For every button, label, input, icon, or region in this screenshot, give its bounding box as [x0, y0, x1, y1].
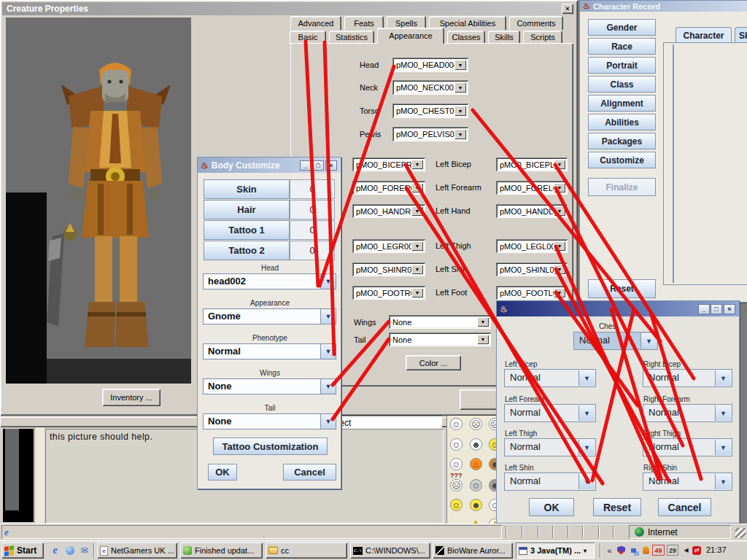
tab-classes[interactable]: Classes — [447, 31, 485, 44]
class-button[interactable]: Class — [588, 76, 656, 93]
tray-update-icon[interactable]: ⇄ — [691, 545, 702, 556]
emoticon-flame-icon[interactable]: ♨ — [470, 458, 482, 470]
chevron-down-icon[interactable]: ▼ — [411, 288, 423, 298]
close-icon[interactable]: × — [724, 304, 735, 314]
chevron-down-icon[interactable]: ▼ — [320, 414, 336, 429]
chevron-down-icon[interactable]: ▼ — [715, 440, 731, 455]
chevron-down-icon[interactable]: ▼ — [640, 333, 657, 349]
taskbar-item-cmd[interactable]: C:\ C:\WINDOWS\... — [350, 542, 430, 559]
emoticon-tongue-icon[interactable]: ☺ — [470, 479, 482, 491]
right-bicep-select[interactable]: Normal▼ — [643, 369, 732, 387]
tab-skills[interactable]: Sk — [735, 27, 747, 43]
left-thigh-select[interactable]: Normal▼ — [504, 438, 596, 456]
tail-combobox[interactable]: None▼ — [389, 332, 491, 346]
reset-button[interactable]: Reset — [588, 279, 656, 298]
chevron-down-icon[interactable]: ▼ — [411, 265, 423, 274]
tray-volume-icon[interactable]: ◀ — [681, 545, 692, 556]
chevron-down-icon[interactable]: ▼ — [411, 160, 423, 169]
left-foot-combobox[interactable]: pMO0_FOOTL00▼ — [496, 286, 568, 300]
left-shin-select[interactable]: Normal▼ — [504, 472, 596, 491]
head-combobox[interactable]: pMO0_HEAD004▼ — [392, 58, 468, 72]
neck-combobox[interactable]: pMO0_NECK001▼ — [392, 80, 468, 95]
right-bicep-combobox[interactable]: pMO0_BICEPR0▼ — [352, 158, 425, 171]
skin-button[interactable]: Skin — [204, 179, 290, 199]
inventory-button[interactable]: Inventory ... — [102, 389, 160, 406]
chevron-down-icon[interactable]: ▼ — [578, 405, 595, 421]
chevron-down-icon[interactable]: ▼ — [554, 183, 565, 192]
reset-button[interactable]: Reset — [593, 498, 641, 516]
taskbar-item-finished-update[interactable]: Finished updat... — [180, 542, 263, 559]
quicklaunch-outlook-icon[interactable]: ✉ — [79, 545, 90, 556]
chevron-down-icon[interactable]: ▼ — [477, 335, 489, 344]
chevron-down-icon[interactable]: ▼ — [578, 370, 595, 386]
tab-appearance[interactable]: Appearance — [377, 28, 444, 44]
tray-counter-49[interactable]: 49 — [652, 545, 665, 556]
emoticon-annoyed-icon[interactable]: ☺ — [450, 499, 462, 511]
cancel-button[interactable]: Cancel — [283, 464, 336, 481]
left-bicep-select[interactable]: Normal▼ — [504, 369, 596, 387]
emoticon-frown-icon[interactable]: ☹ — [470, 418, 482, 430]
tab-scripts[interactable]: Scripts — [523, 31, 562, 44]
taskbar-item-bioware-aurora[interactable]: BioWare Auror... — [433, 542, 513, 559]
chevron-down-icon[interactable]: ▼ — [477, 317, 489, 327]
chevron-down-icon[interactable]: ▼ — [454, 129, 466, 139]
emoticon-squint-icon[interactable]: ☻ — [470, 499, 482, 511]
cancel-button[interactable]: Cancel — [658, 498, 711, 516]
chevron-down-icon[interactable]: ▼ — [554, 241, 565, 251]
tail-select[interactable]: None▼ — [203, 413, 336, 429]
right-foot-combobox[interactable]: pMO0_FOOTR00▼ — [352, 286, 425, 300]
torso-combobox[interactable]: pMO0_CHEST00▼ — [392, 104, 468, 118]
taskbar-item-netgamers[interactable]: e NetGamers UK ... — [97, 542, 177, 559]
chevron-down-icon[interactable]: ▼ — [715, 405, 731, 421]
ok-button[interactable]: OK — [529, 498, 574, 516]
wings-combobox[interactable]: None▼ — [389, 315, 491, 329]
taskbar-item-java-group[interactable]: 3 Java(TM) ... ▾ — [516, 542, 595, 559]
left-hand-combobox[interactable]: pMO0_HANDL00▼ — [496, 204, 568, 218]
chevron-down-icon[interactable]: ▼ — [554, 160, 565, 169]
right-thigh-select[interactable]: Normal▼ — [643, 438, 732, 456]
minimize-icon[interactable]: _ — [698, 304, 710, 314]
close-icon[interactable]: × — [325, 160, 337, 171]
chevron-down-icon[interactable]: ▼ — [320, 344, 336, 359]
emoticon-shock-icon[interactable]: ☺ — [450, 458, 462, 470]
right-shin-combobox[interactable]: pMO0_SHINR00▼ — [352, 262, 425, 276]
gender-button[interactable]: Gender — [588, 19, 656, 36]
chevron-down-icon[interactable]: ▼ — [411, 206, 423, 216]
tab-advanced[interactable]: Advanced — [290, 16, 341, 30]
taskbar-item-cc-folder[interactable]: cc — [266, 542, 347, 559]
left-thigh-combobox[interactable]: pMO0_LEGL001▼ — [496, 239, 568, 253]
tray-network-icon[interactable] — [628, 545, 639, 556]
model-viewport[interactable] — [6, 18, 191, 384]
chevron-down-icon[interactable]: ▼ — [554, 265, 565, 274]
close-icon[interactable]: × — [562, 4, 573, 14]
maximize-icon[interactable]: □ — [312, 160, 324, 171]
tray-chevron-icon[interactable]: « — [604, 545, 615, 556]
quicklaunch-ie-icon[interactable]: e — [50, 545, 61, 556]
chevron-down-icon[interactable]: ▼ — [320, 309, 336, 324]
pelvis-combobox[interactable]: pMO0_PELVIS00▼ — [392, 127, 468, 141]
portrait-button[interactable]: Portrait — [588, 57, 656, 74]
maximize-icon[interactable]: □ — [711, 304, 722, 314]
customize-button[interactable]: Customize — [588, 152, 656, 168]
character-record-titlebar[interactable]: ♨ Character Record — [580, 1, 747, 12]
tab-basic[interactable]: Basic — [290, 31, 326, 44]
phenotype-select[interactable]: Normal▼ — [203, 343, 336, 359]
right-hand-combobox[interactable]: pMO0_HANDR0▼ — [352, 204, 425, 218]
abilities-button[interactable]: Abilities — [588, 114, 656, 131]
chevron-down-icon[interactable]: ▼ — [578, 474, 595, 489]
appearance-select[interactable]: Gnome▼ — [203, 308, 336, 324]
left-shin-combobox[interactable]: pMO0_SHINL00▼ — [496, 262, 568, 276]
chevron-down-icon[interactable]: ▼ — [411, 241, 423, 251]
tattoo1-button[interactable]: Tattoo 1 — [204, 220, 290, 240]
tattoo-customization-button[interactable]: Tattoo Customization — [213, 438, 328, 455]
chevron-down-icon[interactable]: ▼ — [320, 274, 336, 289]
chevron-down-icon[interactable]: ▼ — [454, 60, 466, 70]
left-forearm-combobox[interactable]: pMO0_FOREL00▼ — [496, 181, 568, 195]
chevron-down-icon[interactable]: ▼ — [411, 183, 423, 192]
tab-character[interactable]: Character — [676, 27, 732, 43]
chevron-down-icon[interactable]: ▼ — [320, 379, 336, 394]
chevron-down-icon[interactable]: ▼ — [715, 370, 731, 386]
left-forearm-select[interactable]: Normal▼ — [504, 404, 596, 422]
right-thigh-combobox[interactable]: pMO0_LEGR001▼ — [352, 239, 425, 253]
left-bicep-combobox[interactable]: pMO0_BICEPL00▼ — [496, 158, 568, 171]
